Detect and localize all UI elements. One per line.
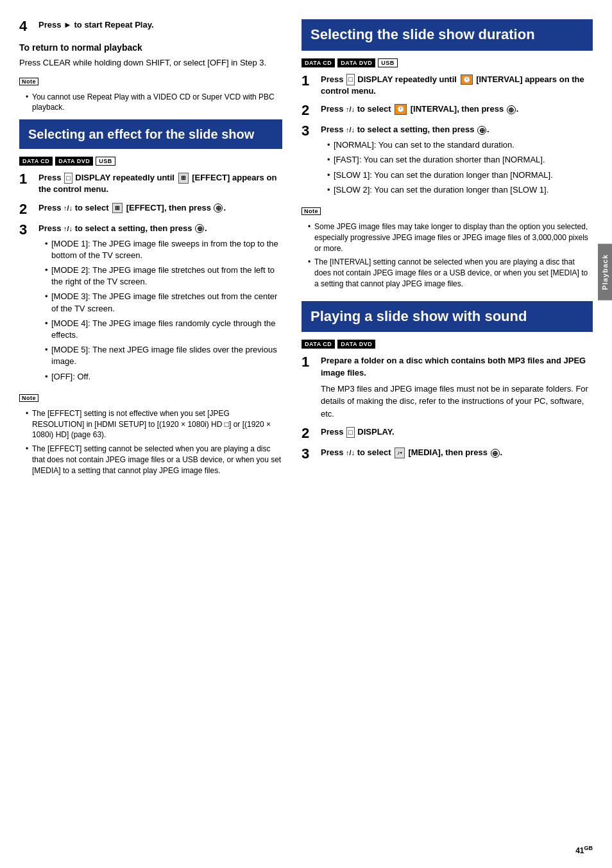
interval-icon-1: 🕐 xyxy=(461,74,473,85)
note-box-dur: Note Some JPEG image files may take long… xyxy=(302,205,593,290)
step-4-text: Press ► to start Repeat Play. xyxy=(38,19,282,31)
section-slide-duration: Selecting the slide show duration xyxy=(302,19,593,51)
badge-data-dvd-play: DATA DVD xyxy=(337,340,375,349)
play-step-3: 3 Press ↑/↓ to select ♪▪ [MEDIA], then p… xyxy=(302,447,593,461)
note-box-1: Note You cannot use Repeat Play with a V… xyxy=(19,76,282,114)
to-return-title: To return to normal playback xyxy=(19,42,282,53)
badge-usb-dur: USB xyxy=(378,58,398,67)
note-dur-item-1: Some JPEG image files may take longer to… xyxy=(308,221,593,254)
circle-plus-3e: ⊕ xyxy=(195,224,204,233)
arrow-updown-3e: ↑/↓ xyxy=(64,224,72,232)
effect-icon-1: ⊞ xyxy=(178,173,189,184)
left-column: 4 Press ► to start Repeat Play. To retur… xyxy=(0,13,295,855)
playback-tab: Playback xyxy=(598,244,612,300)
badges-playing: DATA CD DATA DVD xyxy=(302,340,593,349)
effect-step-1-content: Press □ DISPLAY repeatedly until ⊞ [EFFE… xyxy=(38,172,282,195)
note-label-1: Note xyxy=(19,78,38,85)
play-step-2: 2 Press □ DISPLAY. xyxy=(302,426,593,440)
arrow-updown-dur-3: ↑/↓ xyxy=(346,126,355,134)
effect-step-3: 3 Press ↑/↓ to select a setting, then pr… xyxy=(19,223,282,386)
effect-bullet-1: [MODE 1]: The JPEG image file sweeps in … xyxy=(45,238,282,261)
section-select-effect-title: Selecting an effect for the slide show xyxy=(28,127,254,141)
play-step-1-body: The MP3 files and JPEG image files must … xyxy=(321,383,593,421)
dur-bullet-2: [FAST]: You can set the duration shorter… xyxy=(327,154,593,166)
dur-bullets: [NORMAL]: You can set to the standard du… xyxy=(327,139,593,196)
play-step-1-content: Prepare a folder on a disc which contain… xyxy=(321,355,593,420)
dur-step-number-2: 2 xyxy=(302,103,316,117)
section-slide-duration-title: Selecting the slide show duration xyxy=(310,26,535,42)
play-step-1: 1 Prepare a folder on a disc which conta… xyxy=(302,355,593,420)
play-step-3-content: Press ↑/↓ to select ♪▪ [MEDIA], then pre… xyxy=(321,447,593,458)
section-playing-slideshow: Playing a slide show with sound xyxy=(302,301,593,333)
step-number-4: 4 xyxy=(19,19,33,33)
play-step-2-content: Press □ DISPLAY. xyxy=(321,426,593,438)
effect-step-2-content: Press ↑/↓ to select ⊞ [EFFECT], then pre… xyxy=(38,202,282,214)
effect-step-3-content: Press ↑/↓ to select a setting, then pres… xyxy=(38,223,282,386)
badge-data-dvd-effect: DATA DVD xyxy=(55,157,93,166)
right-column: Selecting the slide show duration DATA C… xyxy=(295,13,612,855)
note-label-dur: Note xyxy=(302,207,321,215)
to-return-body: Press CLEAR while holding down SHIFT, or… xyxy=(19,56,282,69)
section-playing-slideshow-title: Playing a slide show with sound xyxy=(310,308,527,324)
dur-bullet-3: [SLOW 1]: You can set the duration longe… xyxy=(327,169,593,181)
page-number: 41GB xyxy=(575,845,593,855)
play-step-number-2: 2 xyxy=(302,426,316,440)
step-4-repeat: 4 Press ► to start Repeat Play. xyxy=(19,19,282,33)
display-icon-play-2: □ xyxy=(346,427,355,438)
badges-effect: DATA CD DATA DVD USB xyxy=(19,157,282,166)
media-icon-1: ♪▪ xyxy=(395,447,405,458)
dur-step-2-content: Press ↑/↓ to select 🕐 [INTERVAL], then p… xyxy=(321,103,593,115)
note-effect-item-1: The [EFFECT] setting is not effective wh… xyxy=(26,408,282,440)
badge-data-cd-play: DATA CD xyxy=(302,340,335,349)
section-select-effect: Selecting an effect for the slide show xyxy=(19,119,282,149)
effect-bullets: [MODE 1]: The JPEG image file sweeps in … xyxy=(45,238,282,383)
effect-bullet-4: [MODE 4]: The JPEG image files randomly … xyxy=(45,318,282,341)
dur-step-3-content: Press ↑/↓ to select a setting, then pres… xyxy=(321,124,593,199)
effect-step-number-3: 3 xyxy=(19,223,33,237)
badge-data-cd-effect: DATA CD xyxy=(19,157,53,166)
dur-bullet-1: [NORMAL]: You can set to the standard du… xyxy=(327,139,593,151)
circle-plus-dur-2: ⊕ xyxy=(507,105,516,114)
dur-step-1: 1 Press □ DISPLAY repeatedly until 🕐 [IN… xyxy=(302,74,593,97)
note-box-effect: Note The [EFFECT] setting is not effecti… xyxy=(19,392,282,476)
note-label-effect: Note xyxy=(19,394,38,402)
arrow-updown-2: ↑/↓ xyxy=(64,204,72,211)
effect-step-number-2: 2 xyxy=(19,202,33,216)
circle-plus-dur-3: ⊕ xyxy=(477,126,486,135)
effect-bullet-5: [MODE 5]: The next JPEG image file slide… xyxy=(45,344,282,367)
interval-icon-2: 🕐 xyxy=(395,104,407,115)
effect-bullet-3: [MODE 3]: The JPEG image file stretches … xyxy=(45,291,282,314)
badge-data-cd-dur: DATA CD xyxy=(302,58,335,67)
arrow-updown-play-3: ↑/↓ xyxy=(346,449,355,456)
effect-icon-2: ⊞ xyxy=(112,203,123,214)
circle-plus-2: ⊕ xyxy=(214,204,223,213)
note-item-1: You cannot use Repeat Play with a VIDEO … xyxy=(26,92,282,114)
badges-duration: DATA CD DATA DVD USB xyxy=(302,58,593,67)
effect-bullet-6: [OFF]: Off. xyxy=(45,371,282,383)
arrow-updown-dur-2: ↑/↓ xyxy=(346,105,355,113)
dur-step-1-content: Press □ DISPLAY repeatedly until 🕐 [INTE… xyxy=(321,74,593,97)
badge-data-dvd-dur: DATA DVD xyxy=(337,58,375,67)
effect-step-number-1: 1 xyxy=(19,172,33,186)
dur-step-3: 3 Press ↑/↓ to select a setting, then pr… xyxy=(302,124,593,199)
dur-step-number-3: 3 xyxy=(302,124,316,138)
page-suffix: GB xyxy=(584,845,593,851)
note-list-1: You cannot use Repeat Play with a VIDEO … xyxy=(26,92,282,114)
display-icon-1: □ xyxy=(64,173,72,184)
dur-step-number-1: 1 xyxy=(302,74,316,88)
effect-step-1: 1 Press □ DISPLAY repeatedly until ⊞ [EF… xyxy=(19,172,282,195)
note-list-effect: The [EFFECT] setting is not effective wh… xyxy=(26,408,282,476)
page-num-value: 41 xyxy=(575,846,584,855)
dur-bullet-4: [SLOW 2]: You can set the duration longe… xyxy=(327,184,593,196)
dur-step-2: 2 Press ↑/↓ to select 🕐 [INTERVAL], then… xyxy=(302,103,593,117)
note-list-dur: Some JPEG image files may take longer to… xyxy=(308,221,593,290)
effect-bullet-2: [MODE 2]: The JPEG image file stretches … xyxy=(45,265,282,288)
note-dur-item-2: The [INTERVAL] setting cannot be selecte… xyxy=(308,257,593,289)
play-step-number-3: 3 xyxy=(302,447,316,461)
play-step-number-1: 1 xyxy=(302,355,316,369)
circle-plus-play-3: ⊕ xyxy=(491,449,500,458)
badge-usb-effect: USB xyxy=(96,157,115,166)
effect-step-2: 2 Press ↑/↓ to select ⊞ [EFFECT], then p… xyxy=(19,202,282,216)
note-effect-item-2: The [EFFECT] setting cannot be selected … xyxy=(26,444,282,476)
display-icon-dur-1: □ xyxy=(346,74,355,85)
